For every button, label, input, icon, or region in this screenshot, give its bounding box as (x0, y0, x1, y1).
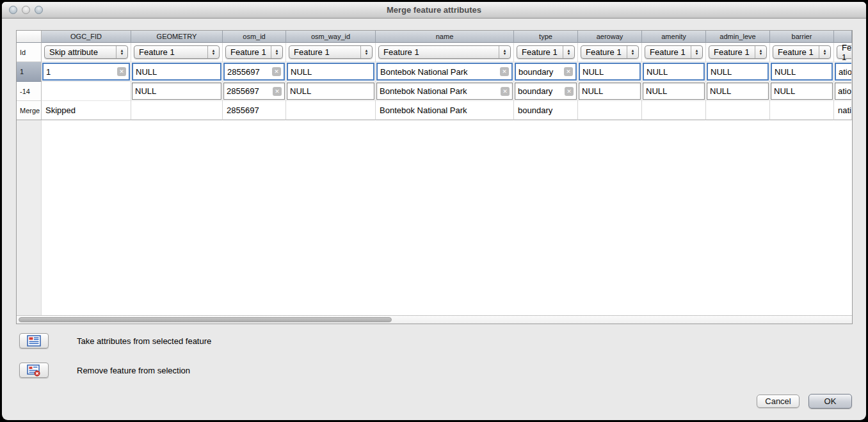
column-header-name[interactable]: name (376, 31, 514, 43)
feature-row-1: 1 1 ✕ NULL 2855697 ✕ NULL Bontebok Natio… (17, 62, 852, 82)
horizontal-scrollbar[interactable] (17, 315, 852, 324)
row1-amenity-input[interactable]: NULL (643, 63, 705, 81)
row14-type-input[interactable]: boundary ✕ (515, 82, 577, 100)
combo-value: Skip attribute (49, 47, 98, 57)
policy-combo-admin-leve[interactable]: Feature 1 ▲▼ (709, 45, 767, 59)
column-header-row: OGC_FID GEOMETRY osm_id osm_way_id name … (17, 31, 852, 43)
combo-value: Feature 1 (139, 47, 175, 57)
combo-value: Feature 1 (650, 47, 686, 57)
combo-arrows-icon: ▲▼ (499, 46, 510, 58)
row-header-1[interactable]: 1 (17, 62, 42, 82)
merge-admin-leve-cell (706, 101, 769, 120)
row-header-merge[interactable]: Merge (17, 101, 42, 120)
combo-arrows-icon: ▲▼ (207, 46, 219, 58)
row14-name-input[interactable]: Bontebok National Park ✕ (376, 82, 513, 100)
ok-button[interactable]: OK (808, 394, 852, 409)
clear-field-icon[interactable]: ✕ (500, 67, 509, 76)
combo-arrows-icon: ▲▼ (116, 46, 127, 58)
remove-feature-label: Remove feature from selection (77, 366, 190, 375)
cancel-button[interactable]: Cancel (757, 395, 800, 408)
row14-barrier-input[interactable]: NULL (771, 82, 833, 100)
row14-admin-leve-input[interactable]: NULL (707, 82, 769, 100)
policy-combo-barrier[interactable]: Feature 1 ▲▼ (773, 45, 831, 59)
combo-value: Feature 1 (586, 47, 622, 57)
take-attributes-button[interactable] (19, 333, 49, 348)
column-header-clipped[interactable] (834, 31, 852, 43)
column-header-type[interactable]: type (514, 31, 578, 43)
row14-aeroway-input[interactable]: NULL (579, 82, 641, 100)
merge-barrier-cell (770, 101, 833, 120)
merge-attributes-table: OGC_FID GEOMETRY osm_id osm_way_id name … (16, 30, 853, 324)
row14-clipped-input[interactable]: ation (835, 82, 852, 100)
row-header--14[interactable]: -14 (17, 82, 42, 101)
row14-geometry-input[interactable]: NULL (132, 82, 221, 100)
policy-combo-ogc-fid[interactable]: Skip attribute ▲▼ (44, 45, 128, 59)
column-header-geometry[interactable]: GEOMETRY (131, 31, 223, 43)
row1-geometry-input[interactable]: NULL (132, 63, 221, 81)
policy-combo-amenity[interactable]: Feature 1 ▲▼ (645, 45, 703, 59)
column-header-ogc-fid[interactable]: OGC_FID (42, 31, 131, 43)
column-header-osm-way-id[interactable]: osm_way_id (286, 31, 376, 43)
row-header-id[interactable]: Id (17, 43, 42, 62)
row1-name-input[interactable]: Bontebok National Park ✕ (376, 63, 513, 81)
remove-feature-button[interactable] (19, 363, 49, 378)
feature-row--14: -14 NULL 2855697 ✕ NULL Bontebok Nationa… (17, 82, 852, 101)
policy-combo-aeroway[interactable]: Feature 1 ▲▼ (581, 45, 639, 59)
policy-combo-osm-way-id[interactable]: Feature 1 ▲▼ (289, 45, 373, 59)
merge-policy-row: Id Skip attribute ▲▼ Feature 1 ▲▼ Featur… (17, 43, 852, 62)
merge-result-row: Merge Skipped 2855697 Bontebok National … (17, 101, 852, 120)
combo-arrows-icon: ▲▼ (627, 46, 638, 58)
row14-amenity-input[interactable]: NULL (643, 82, 705, 100)
combo-arrows-icon: ▲▼ (360, 46, 372, 58)
take-attributes-action: Take attributes from selected feature (19, 333, 211, 348)
row1-admin-leve-input[interactable]: NULL (707, 63, 769, 81)
horizontal-scrollbar-thumb[interactable] (19, 317, 392, 322)
row1-clipped-input[interactable]: ation (835, 63, 852, 81)
row1-ogc-fid-input[interactable]: 1 ✕ (42, 63, 130, 81)
row1-barrier-input[interactable]: NULL (771, 63, 833, 81)
policy-combo-geometry[interactable]: Feature 1 ▲▼ (134, 45, 220, 59)
combo-arrows-icon: ▲▼ (819, 46, 830, 58)
table-empty-area (17, 120, 852, 315)
policy-combo-name[interactable]: Feature 1 ▲▼ (378, 45, 511, 59)
clear-field-icon[interactable]: ✕ (272, 67, 281, 76)
clear-field-icon[interactable]: ✕ (273, 87, 282, 96)
clear-field-icon[interactable]: ✕ (117, 67, 126, 76)
combo-value: Feature 1 (522, 47, 558, 57)
column-header-admin-leve[interactable]: admin_leve (706, 31, 770, 43)
row1-osm-way-id-input[interactable]: NULL (287, 63, 374, 81)
combo-value: Feature 1 (383, 47, 419, 57)
row14-osm-way-id-input[interactable]: NULL (287, 82, 374, 100)
row14-osm-id-input[interactable]: 2855697 ✕ (223, 82, 285, 100)
policy-combo-type[interactable]: Feature 1 ▲▼ (517, 45, 575, 59)
merge-osm-way-id-cell (286, 101, 375, 120)
remove-feature-icon (27, 364, 41, 377)
remove-feature-action: Remove feature from selection (19, 363, 190, 378)
combo-value: Feature 1 (842, 43, 852, 62)
combo-arrows-icon: ▲▼ (271, 46, 282, 58)
row14-ogc-fid-empty-cell[interactable] (42, 82, 131, 101)
column-header-amenity[interactable]: amenity (642, 31, 706, 43)
merge-name-cell: Bontebok National Park (376, 101, 513, 120)
merge-ogc-fid-cell: Skipped (42, 101, 131, 120)
column-header-barrier[interactable]: barrier (770, 31, 834, 43)
column-header-osm-id[interactable]: osm_id (223, 31, 286, 43)
combo-arrows-icon: ▲▼ (691, 46, 702, 58)
policy-combo-clipped[interactable]: Feature 1 (837, 45, 852, 59)
row1-aeroway-input[interactable]: NULL (579, 63, 641, 81)
row1-type-input[interactable]: boundary ✕ (515, 63, 577, 81)
take-attributes-icon (27, 335, 41, 347)
column-header-aeroway[interactable]: aeroway (578, 31, 642, 43)
clear-field-icon[interactable]: ✕ (501, 87, 510, 96)
clear-field-icon[interactable]: ✕ (564, 67, 573, 76)
titlebar: Merge feature attributes (2, 2, 866, 19)
merge-type-cell: boundary (514, 101, 577, 120)
merge-clipped-cell: natio (834, 101, 851, 120)
combo-value: Feature 1 (714, 47, 750, 57)
window-title: Merge feature attributes (2, 5, 866, 15)
policy-combo-osm-id[interactable]: Feature 1 ▲▼ (225, 45, 283, 59)
clear-field-icon[interactable]: ✕ (565, 87, 574, 96)
combo-arrows-icon: ▲▼ (755, 46, 766, 58)
row1-osm-id-input[interactable]: 2855697 ✕ (223, 63, 285, 81)
merge-geometry-cell (131, 101, 222, 120)
